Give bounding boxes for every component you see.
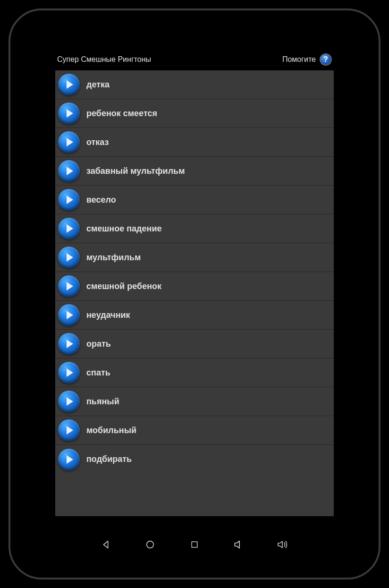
list-item[interactable]: мультфильм (55, 243, 334, 272)
play-icon[interactable] (58, 247, 80, 268)
home-icon (145, 539, 155, 550)
play-icon[interactable] (58, 74, 80, 95)
play-icon[interactable] (58, 131, 80, 153)
ringtone-label: неудачник (86, 310, 130, 320)
play-triangle-icon (67, 340, 73, 348)
back-icon (101, 539, 111, 550)
play-icon[interactable] (58, 419, 80, 441)
ringtone-label: мобильный (86, 426, 136, 435)
play-icon[interactable] (58, 362, 80, 383)
play-triangle-icon (67, 455, 73, 464)
list-item[interactable]: неудачник (55, 301, 334, 330)
ringtone-label: отказ (86, 137, 109, 147)
ringtone-label: ребенок смеется (86, 109, 157, 119)
ringtone-label: смешной ребенок (86, 281, 161, 291)
ringtone-label: пьяный (86, 397, 119, 407)
list-item[interactable]: спать (55, 358, 334, 387)
play-triangle-icon (67, 397, 73, 406)
ringtone-label: спать (86, 368, 110, 378)
play-icon[interactable] (58, 333, 80, 355)
play-icon[interactable] (58, 391, 80, 412)
play-triangle-icon (67, 109, 73, 118)
help-label[interactable]: Помогите (282, 55, 316, 64)
app-screen: Супер Смешные Рингтоны Помогите ? деткар… (55, 51, 334, 516)
recent-apps-button[interactable] (187, 537, 202, 552)
volume-up-icon (277, 538, 290, 551)
play-icon[interactable] (58, 275, 80, 297)
ringtone-label: подбирать (86, 454, 132, 464)
list-item[interactable]: орать (55, 330, 334, 358)
list-item[interactable]: весело (55, 186, 334, 214)
list-item[interactable]: пьяный (55, 387, 334, 416)
help-icon[interactable]: ? (320, 53, 332, 66)
svg-rect-1 (192, 542, 197, 547)
ringtone-label: мультфильм (86, 253, 141, 263)
list-item[interactable]: мобильный (55, 416, 334, 445)
play-triangle-icon (67, 253, 73, 262)
device-frame: Супер Смешные Рингтоны Помогите ? деткар… (0, 0, 389, 588)
play-triangle-icon (67, 196, 73, 204)
volume-up-button[interactable] (276, 537, 290, 552)
device-bezel: Супер Смешные Рингтоны Помогите ? деткар… (8, 9, 381, 579)
list-item[interactable]: отказ (55, 128, 334, 157)
svg-point-0 (147, 541, 154, 548)
ringtone-label: орать (86, 339, 111, 349)
app-title: Супер Смешные Рингтоны (57, 55, 282, 64)
header-bar: Супер Смешные Рингтоны Помогите ? (55, 51, 334, 70)
list-item[interactable]: ребенок смеется (55, 99, 334, 128)
play-icon[interactable] (58, 218, 80, 239)
volume-down-button[interactable] (232, 537, 246, 552)
play-icon[interactable] (58, 304, 80, 326)
list-item[interactable]: детка (55, 70, 334, 99)
play-triangle-icon (67, 224, 73, 233)
ringtone-list[interactable]: деткаребенок смеетсяотказзабавный мультф… (55, 70, 334, 516)
volume-down-icon (233, 538, 245, 551)
list-item[interactable]: подбирать (55, 445, 334, 474)
play-triangle-icon (67, 311, 73, 319)
play-triangle-icon (67, 282, 73, 290)
ringtone-label: забавный мультфильм (86, 166, 185, 176)
play-triangle-icon (67, 167, 73, 175)
ringtone-label: детка (86, 80, 110, 90)
play-icon[interactable] (58, 449, 80, 470)
list-item[interactable]: смешное падение (55, 214, 334, 243)
play-icon[interactable] (58, 160, 80, 182)
system-navbar (55, 530, 334, 559)
play-icon[interactable] (58, 189, 80, 211)
list-item[interactable]: забавный мультфильм (55, 157, 334, 186)
back-button[interactable] (99, 537, 113, 552)
list-item[interactable]: смешной ребенок (55, 272, 334, 301)
play-triangle-icon (67, 426, 73, 435)
ringtone-label: весело (86, 195, 116, 205)
play-icon[interactable] (58, 102, 80, 124)
play-triangle-icon (67, 138, 73, 146)
play-triangle-icon (67, 368, 73, 377)
home-button[interactable] (143, 537, 157, 552)
play-triangle-icon (67, 80, 73, 89)
ringtone-label: смешное падение (86, 224, 162, 234)
square-icon (190, 540, 199, 549)
